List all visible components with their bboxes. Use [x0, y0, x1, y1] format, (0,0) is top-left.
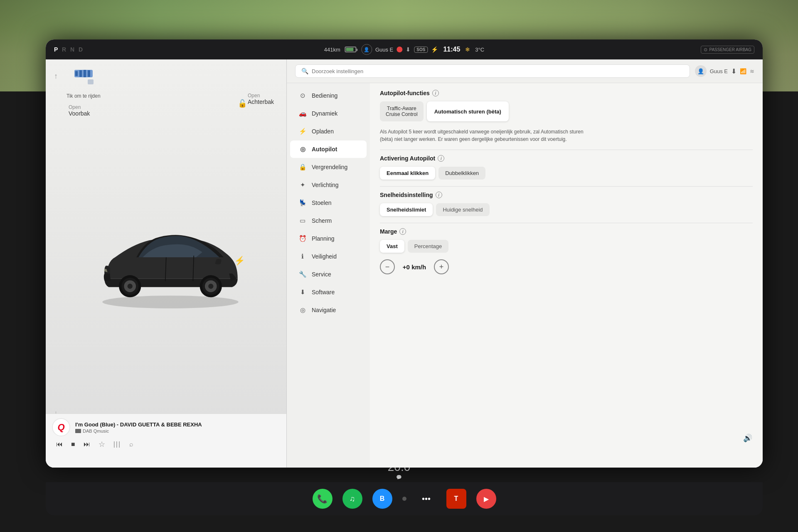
- auto-steer-button[interactable]: Automatisch sturen (bèta): [427, 101, 509, 121]
- divider-1: [380, 150, 753, 150]
- settings-search-input[interactable]: [312, 68, 684, 74]
- volume-icon[interactable]: 🔊: [743, 433, 752, 443]
- music-controls: ⏮ ■ ⏭ ☆ ||| ⌕: [52, 440, 280, 449]
- nav-item-navigatie[interactable]: ◎ Navigatie: [290, 301, 367, 319]
- autopilot-feature-buttons: Traffic-AwareCruise Control Automatisch …: [380, 101, 753, 121]
- spotify-icon: ♫: [350, 495, 355, 503]
- nav-item-opladen[interactable]: ⚡ Opladen: [290, 123, 367, 140]
- next-track-button[interactable]: ⏭: [84, 441, 90, 448]
- nav-label-navigatie: Navigatie: [312, 307, 336, 313]
- nav-item-vergrendeling[interactable]: 🔒 Vergrendeling: [290, 158, 367, 176]
- current-speed-button[interactable]: Huidige snelheid: [436, 203, 489, 216]
- alert-icon: ⚡: [431, 46, 438, 53]
- speed-info-icon[interactable]: i: [436, 192, 442, 198]
- phone-button[interactable]: 📞: [313, 489, 332, 509]
- track-title: I'm Good (Blue) - DAVID GUETTA & BEBE RE…: [75, 421, 280, 428]
- nav-label-dynamiek: Dynamiek: [312, 110, 337, 117]
- nav-item-dynamiek[interactable]: 🚗 Dynamiek: [290, 105, 367, 122]
- nav-item-veiligheid[interactable]: ℹ Veiligheid: [290, 248, 367, 265]
- nav-item-verlichting[interactable]: ✦ Verlichting: [290, 176, 367, 194]
- qmusic-q-letter: Q: [57, 422, 64, 433]
- dynamiek-icon: 🚗: [298, 109, 307, 118]
- search-box[interactable]: 🔍: [295, 64, 690, 78]
- user-avatar: 👤: [695, 65, 707, 77]
- dots-icon: •••: [422, 494, 431, 504]
- speed-increase-button[interactable]: +: [434, 259, 449, 274]
- speed-decrease-button[interactable]: −: [380, 259, 395, 274]
- user-name-status: Guus E: [375, 47, 393, 53]
- spotify-button[interactable]: ♫: [342, 489, 362, 509]
- margin-info-icon[interactable]: i: [399, 228, 406, 235]
- track-info: I'm Good (Blue) - DAVID GUETTA & BEBE RE…: [75, 421, 280, 433]
- stop-button[interactable]: ■: [71, 441, 75, 448]
- music-search-button[interactable]: ⌕: [129, 441, 133, 448]
- status-right: ⊙ PASSENGER AIRBAG: [701, 46, 754, 54]
- percentage-button[interactable]: Percentage: [408, 240, 449, 253]
- nav-item-scherm[interactable]: ▭ Scherm: [290, 212, 367, 229]
- percentage-label: Percentage: [414, 243, 442, 249]
- speed-limit-label: Snelheidslimiet: [387, 207, 426, 213]
- nav-item-stoelen[interactable]: 💺 Stoelen: [290, 194, 367, 212]
- airbag-icon: ⊙: [704, 47, 707, 52]
- source-label: DAB Qmusic: [83, 429, 109, 433]
- opladen-icon: ⚡: [298, 127, 307, 135]
- service-icon: 🔧: [298, 270, 307, 278]
- scherm-icon: ▭: [298, 217, 307, 225]
- bediening-icon: ⊙: [298, 91, 307, 100]
- activation-title: Activering Autopilot i: [380, 155, 753, 162]
- gear-selector[interactable]: P R N D: [54, 46, 84, 53]
- signal-icon: 📶: [740, 68, 746, 74]
- autopilot-title: Autopilot-functies i: [380, 90, 753, 96]
- favorite-button[interactable]: ☆: [99, 440, 105, 449]
- nav-item-autopilot[interactable]: ◎ Autopilot: [290, 140, 367, 158]
- search-icon: 🔍: [301, 68, 308, 74]
- nav-item-service[interactable]: 🔧 Service: [290, 266, 367, 283]
- battery-info: 441km: [324, 47, 356, 53]
- svg-point-6: [102, 296, 239, 308]
- plus-icon: +: [439, 263, 444, 271]
- status-bar: P R N D 441km 👤 Guus E ⬇ SOS ⚡ 11:45 ❄ 3…: [46, 39, 763, 59]
- nav-label-bediening: Bediening: [312, 92, 337, 99]
- bluetooth-button[interactable]: B: [372, 489, 392, 509]
- svg-rect-2: [79, 70, 82, 77]
- nav-item-planning[interactable]: ⏰ Planning: [290, 230, 367, 247]
- profile-icon[interactable]: 👤: [361, 44, 372, 55]
- cruise-control-button[interactable]: Traffic-AwareCruise Control: [380, 101, 424, 121]
- gear-p[interactable]: P: [54, 46, 59, 53]
- single-click-button[interactable]: Eenmaal klikken: [380, 167, 435, 180]
- autopilot-info-icon[interactable]: i: [432, 90, 439, 96]
- cruise-control-label: Traffic-AwareCruise Control: [386, 106, 418, 117]
- speed-unit: 💬: [388, 475, 411, 480]
- t-app-button[interactable]: T: [446, 489, 466, 509]
- divider-2: [380, 186, 753, 187]
- taskbar: 📞 ♫ B ••• T ▶: [46, 482, 763, 515]
- wiper-control[interactable]: Tik om te rijden: [66, 68, 101, 99]
- more-apps-button[interactable]: •••: [416, 489, 436, 509]
- fixed-button[interactable]: Vast: [380, 240, 404, 253]
- temperature-display: 3°C: [475, 47, 484, 53]
- double-click-button[interactable]: Dubbelklikken: [438, 167, 485, 180]
- stoelen-icon: 💺: [298, 199, 307, 207]
- prev-track-button[interactable]: ⏮: [56, 441, 63, 448]
- t-app-icon: T: [454, 495, 458, 502]
- scroll-up-arrow[interactable]: ↑: [54, 72, 58, 81]
- sos-badge[interactable]: SOS: [414, 47, 428, 53]
- nav-item-software[interactable]: ⬇ Software: [290, 283, 367, 301]
- equalizer-button[interactable]: |||: [113, 441, 121, 448]
- main-content: ↑ Tik om te rijden: [46, 59, 763, 468]
- svg-point-14: [208, 284, 213, 289]
- auto-steer-label: Automatisch sturen (bèta): [434, 108, 501, 115]
- weather-icon: ❄: [465, 46, 470, 53]
- speed-limit-button[interactable]: Snelheidslimiet: [380, 203, 433, 216]
- vergrendeling-icon: 🔒: [298, 163, 307, 171]
- nav-label-software: Software: [312, 289, 335, 296]
- nav-item-bediening[interactable]: ⊙ Bediening: [290, 87, 367, 104]
- activation-info-icon[interactable]: i: [438, 155, 444, 162]
- settings-nav: ⊙ Bediening 🚗 Dynamiek ⚡ Opladen ◎ Autop…: [287, 83, 370, 468]
- nav-label-opladen: Opladen: [312, 128, 334, 135]
- speed-setting-title: Snelheidsinstelling i: [380, 192, 753, 198]
- nav-label-verlichting: Verlichting: [312, 182, 339, 188]
- svg-point-10: [127, 284, 132, 289]
- status-icons: 👤 Guus E ⬇ SOS ⚡: [361, 44, 438, 55]
- youtube-button[interactable]: ▶: [476, 489, 496, 509]
